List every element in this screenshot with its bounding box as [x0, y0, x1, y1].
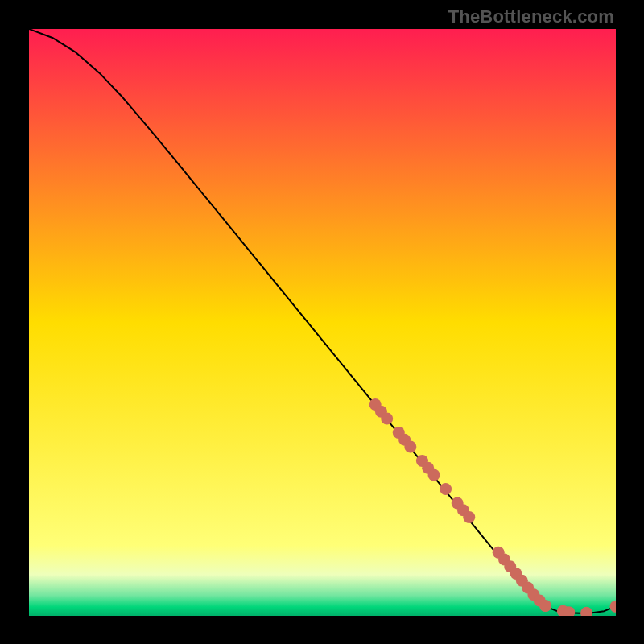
- series-markers-point: [440, 483, 452, 495]
- chart-svg: [29, 29, 616, 616]
- series-markers-point: [381, 412, 393, 424]
- plot-area: [29, 29, 616, 616]
- series-markers-point: [463, 511, 475, 523]
- watermark-text: TheBottleneck.com: [448, 6, 614, 27]
- series-markers-point: [427, 469, 440, 481]
- chart-frame: TheBottleneck.com: [0, 0, 644, 644]
- series-markers-point: [404, 440, 416, 452]
- svg-rect-0: [29, 29, 616, 616]
- series-markers-point: [539, 600, 551, 612]
